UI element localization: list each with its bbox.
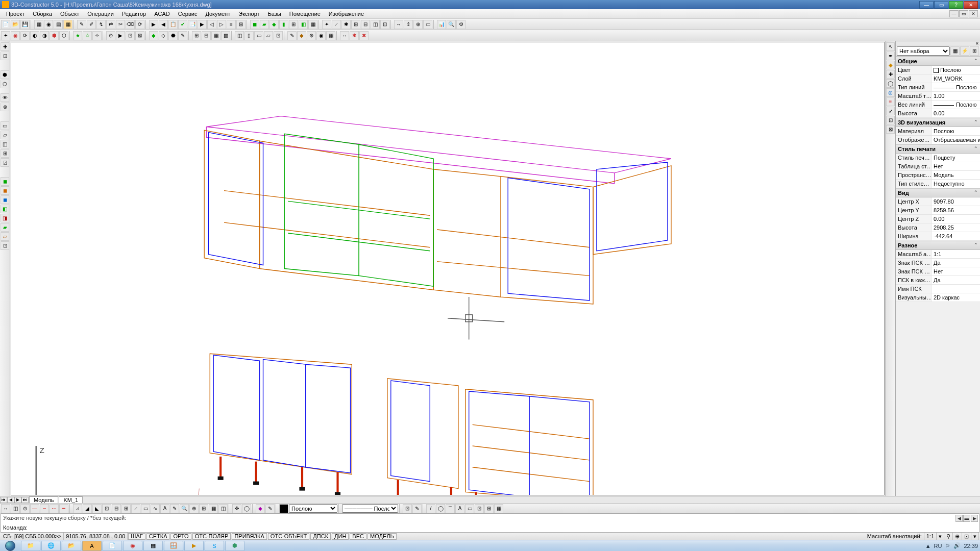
prop-row[interactable]: Стиль печ…Поцвету	[896, 154, 980, 162]
tool-icon[interactable]: ◧	[299, 20, 308, 29]
tool-icon[interactable]: ⚙	[456, 20, 465, 29]
prop-section-header[interactable]: Общие⌃	[896, 57, 980, 66]
tool-icon[interactable]: ✔	[178, 20, 187, 29]
tool-icon[interactable]: ◑	[40, 31, 49, 40]
tool-icon[interactable]: ┄	[40, 504, 49, 513]
task-item[interactable]: ⬢	[225, 541, 244, 551]
tool-icon[interactable]: ▯	[244, 31, 254, 40]
menu-databases[interactable]: Базы	[264, 10, 285, 18]
toggle-model[interactable]: МОДЕЛЬ	[368, 533, 397, 540]
scroll-thumb[interactable]: ▬	[963, 515, 970, 522]
tool-icon[interactable]: ◉	[316, 31, 326, 40]
mdi-restore[interactable]: ▭	[959, 10, 968, 17]
tool-icon[interactable]: ▭	[465, 504, 474, 513]
tool-icon[interactable]: ◆	[256, 504, 265, 513]
close-button[interactable]: ✕	[964, 1, 978, 9]
tool-icon[interactable]: ▮	[279, 20, 288, 29]
menu-editor[interactable]: Редактор	[118, 10, 150, 18]
tool-icon[interactable]: ◯	[436, 504, 445, 513]
tool-icon[interactable]: ⊞	[199, 504, 208, 513]
task-item[interactable]: 📄	[103, 541, 122, 551]
selection-dropdown[interactable]: Нет набора	[897, 46, 950, 56]
tool-icon[interactable]: ▶	[149, 20, 158, 29]
tool-icon[interactable]: ⊞	[351, 20, 360, 29]
task-item[interactable]: 📁	[21, 541, 40, 551]
tab-km1[interactable]: KM_1	[59, 496, 83, 503]
tool-icon[interactable]: ▱	[264, 31, 273, 40]
tool-icon[interactable]: ▶	[198, 20, 207, 29]
tool-icon[interactable]: ↔	[394, 20, 403, 29]
tab-last[interactable]: ⏭	[21, 497, 29, 503]
tool-icon[interactable]: ⬣	[168, 31, 178, 40]
prop-row[interactable]: СлойKM_WORK	[896, 74, 980, 83]
menu-project[interactable]: Проект	[2, 10, 29, 18]
tool-icon[interactable]: ◎	[886, 88, 895, 97]
tool-icon[interactable]: ⇕	[404, 20, 413, 29]
tool-icon[interactable]: ◀	[159, 20, 168, 29]
save-icon[interactable]: 💾	[20, 20, 30, 29]
prop-tool-icon[interactable]: ⚡	[960, 46, 969, 56]
tool-icon[interactable]: ▦	[209, 504, 218, 513]
tool-icon[interactable]: ≡	[227, 20, 236, 29]
tool-icon[interactable]: ⊡	[403, 504, 412, 513]
prop-row[interactable]: Имя ПСК	[896, 285, 980, 293]
tray-lang[interactable]: RU	[934, 543, 942, 549]
tool-icon[interactable]: ◫	[235, 31, 244, 40]
task-item[interactable]: 📂	[62, 541, 81, 551]
prop-row[interactable]: Масштаб а…1:1	[896, 250, 980, 259]
tool-icon[interactable]: ▱	[1, 131, 9, 139]
tool-icon[interactable]: ⊡	[126, 31, 135, 40]
tray-icon[interactable]: 🏳	[945, 543, 950, 549]
tray-icon[interactable]: ▲	[925, 543, 931, 549]
prop-row[interactable]: Таблица ст…Нет	[896, 162, 980, 171]
tab-first[interactable]: ⏮	[0, 497, 7, 503]
tool-icon[interactable]: ◫	[1, 140, 9, 148]
tool-icon[interactable]: ✖	[359, 31, 369, 40]
toggle-ducs[interactable]: ДПСК	[310, 533, 331, 540]
prop-row[interactable]: Тип стиле…Недоступно	[896, 180, 980, 188]
tool-icon[interactable]: ┅	[59, 504, 68, 513]
tool-icon[interactable]: ◐	[30, 31, 39, 40]
tool-icon[interactable]: ⊡	[380, 20, 389, 29]
tray-icon[interactable]: 🔊	[953, 542, 961, 549]
tool-icon[interactable]: ✎	[178, 31, 187, 40]
tool-icon[interactable]: ⊟	[202, 31, 211, 40]
tool-icon[interactable]: ⊠	[886, 125, 895, 134]
tool-icon[interactable]: ⊕	[189, 504, 199, 513]
tool-icon[interactable]: ✚	[1, 42, 9, 51]
tool-icon[interactable]: ⊡	[1, 52, 9, 60]
menu-acad[interactable]: ACAD	[150, 10, 174, 18]
tool-icon[interactable]: ✎	[170, 504, 179, 513]
tool-icon[interactable]: ◯	[242, 504, 251, 513]
tool-icon[interactable]: 🔍	[180, 504, 189, 513]
tool-icon[interactable]: 📋	[168, 20, 178, 29]
scroll-left[interactable]: ◀	[955, 515, 963, 522]
prop-row[interactable]: Отображе…Отбрасываемая и…	[896, 136, 980, 144]
tool-icon[interactable]: ▦	[34, 20, 43, 29]
tool-icon[interactable]: ⊞	[1, 149, 9, 158]
tool-icon[interactable]: ⤢	[886, 107, 895, 115]
tool-icon[interactable]: ✱	[341, 20, 351, 29]
tool-icon[interactable]: ◫	[371, 20, 380, 29]
menu-object[interactable]: Объект	[56, 10, 83, 18]
prop-tool-icon[interactable]: ▦	[950, 46, 960, 56]
start-button[interactable]	[0, 540, 20, 552]
tool-icon[interactable]: ✜	[232, 504, 241, 513]
tool-icon[interactable]: ◇	[159, 31, 168, 40]
tool-icon[interactable]: ⊞	[289, 20, 298, 29]
tool-icon[interactable]: ▦	[326, 31, 335, 40]
prop-row[interactable]: Визуальны…2D каркас	[896, 293, 980, 302]
tool-icon[interactable]: ✧	[92, 31, 102, 40]
prop-row[interactable]: Пространс…Модель	[896, 171, 980, 180]
prop-section-header[interactable]: 3D визуализация⌃	[896, 118, 980, 127]
tool-icon[interactable]: ☆	[83, 31, 92, 40]
maximize-button[interactable]: ▭	[934, 1, 948, 9]
tool-icon[interactable]: ◨	[1, 214, 9, 222]
status-icon[interactable]: ⊡	[962, 533, 971, 540]
tool-icon[interactable]: ∿	[151, 504, 160, 513]
menu-room[interactable]: Помещение	[285, 10, 325, 18]
mdi-close[interactable]: ✕	[969, 10, 978, 17]
menu-document[interactable]: Документ	[201, 10, 234, 18]
toggle-ortho[interactable]: ОРТО	[170, 533, 191, 540]
menu-export[interactable]: Экспорт	[234, 10, 263, 18]
